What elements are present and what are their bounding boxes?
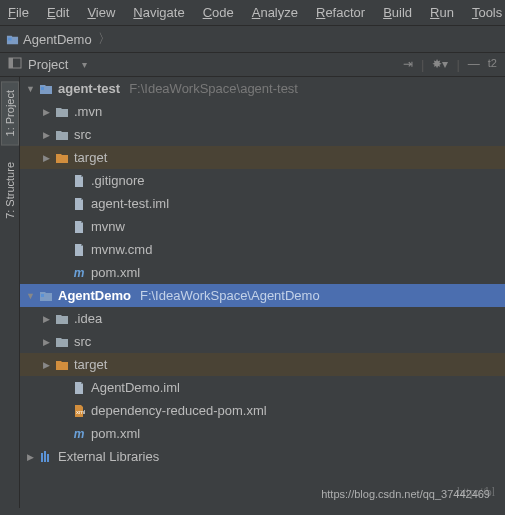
svg-rect-0: [8, 38, 12, 41]
menu-item-build[interactable]: Build: [375, 2, 420, 23]
tree-item-path: F:\IdeaWorkSpace\agent-test: [129, 81, 298, 96]
tree-item-label: .mvn: [74, 104, 102, 119]
chevron-right-icon[interactable]: [42, 337, 50, 347]
chevron-right-icon[interactable]: [42, 314, 50, 324]
tree-item-label: dependency-reduced-pom.xml: [91, 403, 267, 418]
chevron-right-icon[interactable]: [42, 107, 50, 117]
tree-row[interactable]: mvnw: [20, 215, 505, 238]
tree-item-label: target: [74, 357, 107, 372]
file-icon: [72, 381, 86, 395]
right-indicator: t2: [488, 57, 497, 72]
svg-text:xml: xml: [76, 409, 85, 415]
folder-icon: [55, 312, 69, 326]
collapse-all-icon[interactable]: ⇥: [403, 57, 413, 72]
svg-rect-2: [9, 58, 13, 68]
tree-row[interactable]: target: [20, 146, 505, 169]
sidebar-tab-structure[interactable]: 7: Structure: [1, 153, 19, 228]
tree-row[interactable]: AgentDemoF:\IdeaWorkSpace\AgentDemo: [20, 284, 505, 307]
folder-orange-icon: [55, 151, 69, 165]
tree-row[interactable]: xmldependency-reduced-pom.xml: [20, 399, 505, 422]
menu-item-navigate[interactable]: Navigate: [125, 2, 192, 23]
menu-item-view[interactable]: View: [79, 2, 123, 23]
tree-row[interactable]: AgentDemo.iml: [20, 376, 505, 399]
tree-item-label: AgentDemo: [58, 288, 131, 303]
toolwindow-actions: ⇥ | ✸▾ | — t2: [403, 57, 497, 72]
tree-item-label: mvnw.cmd: [91, 242, 152, 257]
file-icon: [72, 243, 86, 257]
tree-item-label: pom.xml: [91, 426, 140, 441]
module-icon: [39, 289, 53, 303]
project-toolwindow-header: Project ▾ ⇥ | ✸▾ | — t2: [0, 53, 505, 77]
file-icon: [72, 197, 86, 211]
menu-item-tools[interactable]: Tools: [464, 2, 505, 23]
chevron-right-icon[interactable]: [42, 130, 50, 140]
menu-item-file[interactable]: File: [0, 2, 37, 23]
menu-item-code[interactable]: Code: [195, 2, 242, 23]
tree-row[interactable]: mvnw.cmd: [20, 238, 505, 261]
dropdown-arrow-icon[interactable]: ▾: [82, 59, 87, 70]
tree-item-label: External Libraries: [58, 449, 159, 464]
folder-icon: [55, 128, 69, 142]
breadcrumb-separator: 〉: [98, 30, 111, 48]
tree-row[interactable]: agent-testF:\IdeaWorkSpace\agent-test: [20, 77, 505, 100]
folder-orange-icon: [55, 358, 69, 372]
project-tree[interactable]: agent-testF:\IdeaWorkSpace\agent-test.mv…: [20, 77, 505, 508]
module-folder-icon: [6, 34, 19, 45]
chevron-down-icon[interactable]: [26, 291, 34, 301]
gear-icon[interactable]: ✸▾: [432, 57, 448, 72]
tree-item-label: target: [74, 150, 107, 165]
tree-item-label: src: [74, 334, 91, 349]
tree-item-label: agent-test: [58, 81, 120, 96]
tree-item-label: .idea: [74, 311, 102, 326]
menu-bar: FileEditViewNavigateCodeAnalyzeRefactorB…: [0, 0, 505, 26]
libs-icon: [39, 450, 53, 464]
xml-icon: xml: [72, 404, 86, 418]
watermark-fg: https://blog.csdn.net/qq_37442469: [321, 488, 490, 500]
tree-item-label: pom.xml: [91, 265, 140, 280]
maven-icon: m: [72, 427, 86, 441]
file-icon: [72, 174, 86, 188]
file-icon: [72, 220, 86, 234]
tree-item-path: F:\IdeaWorkSpace\AgentDemo: [140, 288, 320, 303]
tree-row[interactable]: External Libraries: [20, 445, 505, 468]
menu-item-analyze[interactable]: Analyze: [244, 2, 306, 23]
hide-icon[interactable]: —: [468, 57, 480, 72]
tree-row[interactable]: mpom.xml: [20, 261, 505, 284]
chevron-right-icon[interactable]: [42, 360, 50, 370]
svg-rect-7: [44, 451, 46, 462]
sidebar-tab-project[interactable]: 1: Project: [1, 81, 19, 145]
tree-item-label: agent-test.iml: [91, 196, 169, 211]
tree-item-label: mvnw: [91, 219, 125, 234]
menu-item-run[interactable]: Run: [422, 2, 462, 23]
svg-rect-3: [41, 87, 44, 90]
tree-row[interactable]: .idea: [20, 307, 505, 330]
tree-row[interactable]: agent-test.iml: [20, 192, 505, 215]
tree-row[interactable]: .gitignore: [20, 169, 505, 192]
divider: |: [421, 57, 424, 72]
folder-icon: [55, 105, 69, 119]
tree-row[interactable]: target: [20, 353, 505, 376]
tree-row[interactable]: .mvn: [20, 100, 505, 123]
svg-rect-4: [41, 294, 44, 297]
breadcrumb-project[interactable]: AgentDemo: [23, 32, 92, 47]
tree-row[interactable]: mpom.xml: [20, 422, 505, 445]
tree-item-label: src: [74, 127, 91, 142]
tree-row[interactable]: src: [20, 123, 505, 146]
chevron-right-icon[interactable]: [26, 452, 34, 462]
project-view-icon: [8, 57, 22, 72]
toolwindow-title[interactable]: Project: [28, 57, 68, 72]
svg-rect-6: [41, 453, 43, 462]
tree-item-label: .gitignore: [91, 173, 144, 188]
tree-row[interactable]: src: [20, 330, 505, 353]
module-icon: [39, 82, 53, 96]
menu-item-refactor[interactable]: Refactor: [308, 2, 373, 23]
breadcrumb: AgentDemo 〉: [0, 26, 505, 53]
chevron-right-icon[interactable]: [42, 153, 50, 163]
tree-item-label: AgentDemo.iml: [91, 380, 180, 395]
folder-icon: [55, 335, 69, 349]
divider: |: [456, 57, 459, 72]
maven-icon: m: [72, 266, 86, 280]
chevron-down-icon[interactable]: [26, 84, 34, 94]
menu-item-edit[interactable]: Edit: [39, 2, 77, 23]
svg-rect-8: [47, 454, 49, 462]
